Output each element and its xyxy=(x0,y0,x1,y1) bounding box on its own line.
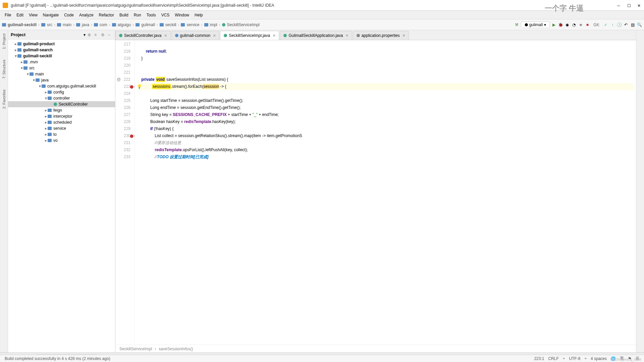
project-panel-title: Project xyxy=(11,32,84,37)
bc-0[interactable]: gulimall-seckill xyxy=(8,22,37,27)
profile-button[interactable]: ◔ xyxy=(571,22,577,27)
menu-refactor[interactable]: Refactor xyxy=(96,12,117,18)
crumb-class[interactable]: SeckillServiceImpl xyxy=(119,347,152,351)
menu-vcs[interactable]: VCS xyxy=(159,12,172,18)
code-text[interactable]: return null; } private void saveSessionI… xyxy=(135,40,636,345)
tree-node[interactable]: ▸gulimall-search xyxy=(8,47,115,53)
bc-9[interactable]: impl xyxy=(210,22,217,27)
editor-tab[interactable]: GulimallSeckillApplication.java× xyxy=(280,31,352,40)
tree-node[interactable]: ▾controller xyxy=(8,95,115,101)
left-tool-strip: 1: Project 7: Structure 2: Favorites xyxy=(0,30,8,353)
folder-icon xyxy=(2,23,6,26)
menu-build[interactable]: Build xyxy=(117,12,131,18)
menu-analyze[interactable]: Analyze xyxy=(76,12,96,18)
structure-button[interactable]: ▤ xyxy=(630,22,635,27)
minimize-button[interactable]: ─ xyxy=(617,3,621,7)
stop-button[interactable]: ■ xyxy=(585,22,590,27)
tree-node[interactable]: ▸.mvn xyxy=(8,59,115,65)
build-status: Build completed successfully in 4 s 428 … xyxy=(5,356,110,361)
search-button[interactable]: 🔍 xyxy=(637,22,642,27)
status-bar: Build completed successfully in 4 s 428 … xyxy=(0,355,644,362)
tree-node[interactable]: ▸config xyxy=(8,89,115,95)
attach-button[interactable]: ⎆ xyxy=(578,22,583,27)
app-icon xyxy=(3,3,8,8)
tree-node[interactable]: ▾gulimall-seckill xyxy=(8,53,115,59)
bc-6[interactable]: gulimall xyxy=(141,22,155,27)
settings-icon[interactable]: ⚙ xyxy=(101,33,106,37)
menu-help[interactable]: Help xyxy=(192,12,206,18)
favorites-tool-button[interactable]: 2: Favorites xyxy=(2,88,6,110)
git-commit-button[interactable]: ↑ xyxy=(610,22,615,27)
coverage-button[interactable]: ◉ xyxy=(565,22,570,27)
maximize-button[interactable]: ☐ xyxy=(627,3,631,7)
project-tree[interactable]: ▸gulimall-product▸gulimall-search▾gulima… xyxy=(8,40,115,353)
gutter: 217218219220221222@223⬤↑2242252262272282… xyxy=(115,40,135,345)
tree-node[interactable]: ▸feign xyxy=(8,107,115,113)
bc-10[interactable]: SeckillServiceImpl xyxy=(227,22,260,27)
close-button[interactable]: ✕ xyxy=(637,3,641,7)
editor-tab[interactable]: gulimall-common× xyxy=(171,31,220,40)
git-label: Git: xyxy=(593,22,600,27)
code-breadcrumb[interactable]: SeckillServiceImpl › saveSessionInfos() xyxy=(115,345,636,353)
line-separator[interactable]: CRLF xyxy=(548,356,558,361)
menu-edit[interactable]: Edit xyxy=(14,12,26,18)
bc-1[interactable]: src xyxy=(47,22,52,27)
run-button[interactable]: ▶ xyxy=(551,22,556,27)
breadcrumb-path[interactable]: gulimall-seckill ›src ›main ›java ›com ›… xyxy=(2,22,260,27)
hide-icon[interactable]: ─ xyxy=(108,33,112,37)
editor-tab[interactable]: SeckillController.java× xyxy=(115,31,171,40)
toolbar: gulimall-seckill ›src ›main ›java ›com ›… xyxy=(0,19,644,30)
git-update-button[interactable]: ✓ xyxy=(603,22,608,27)
indent-settings[interactable]: 4 spaces xyxy=(591,356,607,361)
bc-3[interactable]: java xyxy=(82,22,89,27)
bc-8[interactable]: service xyxy=(186,22,199,27)
tree-node[interactable]: SeckillController xyxy=(8,101,115,107)
run-config-selector[interactable]: ⬢ gulimall ▾ xyxy=(521,21,550,28)
bc-7[interactable]: seckill xyxy=(165,22,176,27)
tree-node[interactable]: ▾java xyxy=(8,77,115,83)
bc-5[interactable]: atguigu xyxy=(118,22,131,27)
structure-tool-button[interactable]: 7: Structure xyxy=(2,58,6,80)
menu-run[interactable]: Run xyxy=(131,12,144,18)
menu-view[interactable]: View xyxy=(26,12,40,18)
tree-node[interactable]: ▸scheduled xyxy=(8,119,115,125)
csdn-watermark: CSDN @wang_book xyxy=(610,358,641,361)
project-tool-button[interactable]: 1: Project xyxy=(2,32,6,50)
tree-node[interactable]: ▸gulimall-product xyxy=(8,41,115,47)
menu-tools[interactable]: Tools xyxy=(144,12,159,18)
editor-tabs: SeckillController.java×gulimall-common×S… xyxy=(115,30,636,40)
watermark-text: 一个字 牛逼 xyxy=(545,3,584,13)
bc-4[interactable]: com xyxy=(100,22,107,27)
tree-node[interactable]: ▸interceptor xyxy=(8,113,115,119)
editor-tab[interactable]: application.properties× xyxy=(353,31,409,40)
project-panel: Project ▾ ⊕ ≡ ⚙ ─ ▸gulimall-product▸guli… xyxy=(8,30,115,353)
file-encoding[interactable]: UTF-8 xyxy=(569,356,580,361)
editor-tab[interactable]: SeckillServiceImpl.java× xyxy=(220,31,279,40)
tree-node[interactable]: ▸service xyxy=(8,125,115,131)
right-tool-strip xyxy=(636,30,644,353)
bc-2[interactable]: main xyxy=(63,22,71,27)
crumb-method[interactable]: saveSessionInfos() xyxy=(159,347,193,351)
debug-button[interactable]: 🐞 xyxy=(558,22,563,27)
locate-icon[interactable]: ⊕ xyxy=(88,33,92,37)
tree-node[interactable]: ▾com.atguigu.gulimall.seckill xyxy=(8,83,115,89)
menu-file[interactable]: File xyxy=(2,12,14,18)
tree-node[interactable]: ▸vo xyxy=(8,137,115,143)
menu-navigate[interactable]: Navigate xyxy=(40,12,61,18)
caret-position[interactable]: 223:1 xyxy=(534,356,544,361)
build-button[interactable]: ⚒ xyxy=(514,22,520,27)
menu-code[interactable]: Code xyxy=(61,12,76,18)
git-history-button[interactable]: 🕓 xyxy=(616,22,622,27)
window-title: gulimall [F:\gulimall] - ...\gulimall-se… xyxy=(11,3,617,8)
collapse-icon[interactable]: ≡ xyxy=(94,33,99,37)
tree-node[interactable]: ▾src xyxy=(8,65,115,71)
git-revert-button[interactable]: ↶ xyxy=(623,22,629,27)
tree-node[interactable]: ▾main xyxy=(8,71,115,77)
menu-window[interactable]: Window xyxy=(172,12,192,18)
tree-node[interactable]: ▸to xyxy=(8,131,115,137)
